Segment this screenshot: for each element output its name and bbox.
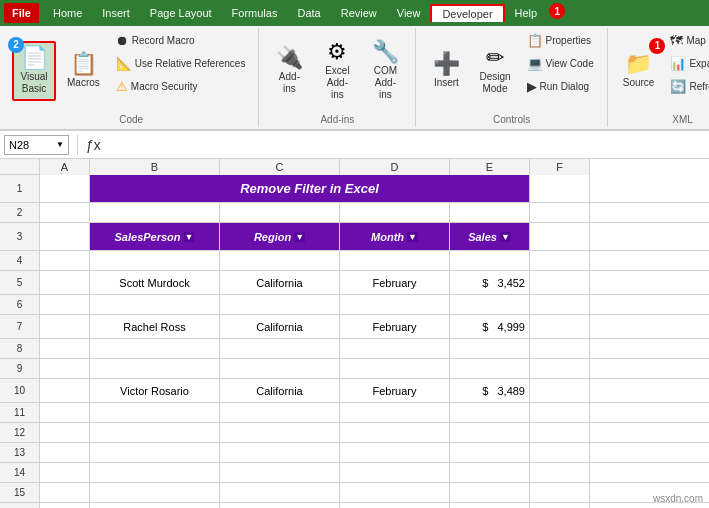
cell-a11[interactable] — [40, 403, 90, 422]
cell-c14[interactable] — [220, 463, 340, 482]
tab-view[interactable]: View — [387, 3, 431, 23]
macro-security-button[interactable]: ⚠ Macro Security — [111, 76, 251, 97]
com-add-ins-button[interactable]: 🔧 COMAdd-ins — [363, 36, 407, 106]
row-header-12[interactable]: 12 — [0, 423, 39, 443]
cell-f16[interactable] — [530, 503, 590, 508]
cell-a8[interactable] — [40, 339, 90, 358]
cell-e11[interactable] — [450, 403, 530, 422]
cell-e7[interactable]: $ 4,999 — [450, 315, 530, 338]
cell-a6[interactable] — [40, 295, 90, 314]
cell-a3[interactable] — [40, 223, 90, 250]
formula-input[interactable] — [105, 135, 705, 155]
insert-control-button[interactable]: ➕ Insert — [424, 42, 468, 100]
cell-b14[interactable] — [90, 463, 220, 482]
col-header-c[interactable]: C — [220, 159, 340, 175]
name-box-dropdown[interactable]: ▼ — [56, 140, 64, 149]
excel-add-ins-button[interactable]: ⚙ ExcelAdd-ins — [315, 36, 359, 106]
tab-home[interactable]: Home — [43, 3, 92, 23]
cell-f5[interactable] — [530, 271, 590, 294]
cell-e15[interactable] — [450, 483, 530, 502]
cell-d11[interactable] — [340, 403, 450, 422]
cell-f14[interactable] — [530, 463, 590, 482]
tab-developer[interactable]: Developer — [430, 4, 504, 22]
cell-e4[interactable] — [450, 251, 530, 270]
tab-insert[interactable]: Insert — [92, 3, 140, 23]
cell-b9[interactable] — [90, 359, 220, 378]
row-header-2[interactable]: 2 — [0, 203, 39, 223]
design-mode-button[interactable]: ✏ DesignMode — [472, 42, 517, 100]
cell-b5[interactable]: Scott Murdock — [90, 271, 220, 294]
cell-b3-header[interactable]: SalesPerson ▼ — [90, 223, 220, 250]
cell-b2[interactable] — [90, 203, 220, 222]
cell-f12[interactable] — [530, 423, 590, 442]
cell-f11[interactable] — [530, 403, 590, 422]
cell-c8[interactable] — [220, 339, 340, 358]
cell-d13[interactable] — [340, 443, 450, 462]
tab-review[interactable]: Review — [331, 3, 387, 23]
cell-c11[interactable] — [220, 403, 340, 422]
row-header-10[interactable]: 10 — [0, 379, 39, 403]
cell-e2[interactable] — [450, 203, 530, 222]
cell-d6[interactable] — [340, 295, 450, 314]
cell-c15[interactable] — [220, 483, 340, 502]
cell-a12[interactable] — [40, 423, 90, 442]
expansion-button[interactable]: 📊 Expansion... — [665, 53, 709, 74]
cell-a2[interactable] — [40, 203, 90, 222]
cell-e13[interactable] — [450, 443, 530, 462]
cell-a13[interactable] — [40, 443, 90, 462]
cell-c13[interactable] — [220, 443, 340, 462]
cell-d16[interactable] — [340, 503, 450, 508]
row-header-5[interactable]: 5 — [0, 271, 39, 295]
row-header-4[interactable]: 4 — [0, 251, 39, 271]
cell-d7[interactable]: February — [340, 315, 450, 338]
cell-f2[interactable] — [530, 203, 590, 222]
cell-f7[interactable] — [530, 315, 590, 338]
row-header-7[interactable]: 7 — [0, 315, 39, 339]
tab-formulas[interactable]: Formulas — [222, 3, 288, 23]
cell-c10[interactable]: California — [220, 379, 340, 402]
row-header-15[interactable]: 15 — [0, 483, 39, 503]
run-dialog-button[interactable]: ▶ Run Dialog — [522, 76, 599, 97]
cell-d3-header[interactable]: Month ▼ — [340, 223, 450, 250]
cell-f13[interactable] — [530, 443, 590, 462]
map-props-button[interactable]: 🗺 Map Prop... — [665, 30, 709, 51]
month-filter-icon[interactable]: ▼ — [407, 232, 418, 242]
salesperson-filter-icon[interactable]: ▼ — [184, 232, 195, 242]
row-header-13[interactable]: 13 — [0, 443, 39, 463]
cell-c9[interactable] — [220, 359, 340, 378]
tab-data[interactable]: Data — [287, 3, 330, 23]
row-header-14[interactable]: 14 — [0, 463, 39, 483]
cell-d10[interactable]: February — [340, 379, 450, 402]
cell-f9[interactable] — [530, 359, 590, 378]
cell-d4[interactable] — [340, 251, 450, 270]
cell-d14[interactable] — [340, 463, 450, 482]
cell-c2[interactable] — [220, 203, 340, 222]
cell-e9[interactable] — [450, 359, 530, 378]
cell-f6[interactable] — [530, 295, 590, 314]
cell-b4[interactable] — [90, 251, 220, 270]
cell-a4[interactable] — [40, 251, 90, 270]
cell-f3[interactable] — [530, 223, 590, 250]
col-header-f[interactable]: F — [530, 159, 590, 175]
region-filter-icon[interactable]: ▼ — [294, 232, 305, 242]
cell-a14[interactable] — [40, 463, 90, 482]
add-ins-button[interactable]: 🔌 Add-ins — [267, 42, 311, 100]
cell-c12[interactable] — [220, 423, 340, 442]
cell-b15[interactable] — [90, 483, 220, 502]
record-macro-button[interactable]: ⏺ Record Macro — [111, 30, 251, 51]
name-box[interactable]: N28 ▼ — [4, 135, 69, 155]
row-header-9[interactable]: 9 — [0, 359, 39, 379]
tab-file[interactable]: File — [4, 3, 39, 23]
cell-d2[interactable] — [340, 203, 450, 222]
col-header-a[interactable]: A — [40, 159, 90, 175]
cell-e10[interactable]: $ 3,489 — [450, 379, 530, 402]
cell-f15[interactable] — [530, 483, 590, 502]
row-header-16[interactable]: 16 — [0, 503, 39, 508]
row-header-8[interactable]: 8 — [0, 339, 39, 359]
refresh-button[interactable]: 🔄 Refresh D... — [665, 76, 709, 97]
cell-b7[interactable]: Rachel Ross — [90, 315, 220, 338]
cell-b8[interactable] — [90, 339, 220, 358]
col-header-b[interactable]: B — [90, 159, 220, 175]
cell-f10[interactable] — [530, 379, 590, 402]
row-header-6[interactable]: 6 — [0, 295, 39, 315]
